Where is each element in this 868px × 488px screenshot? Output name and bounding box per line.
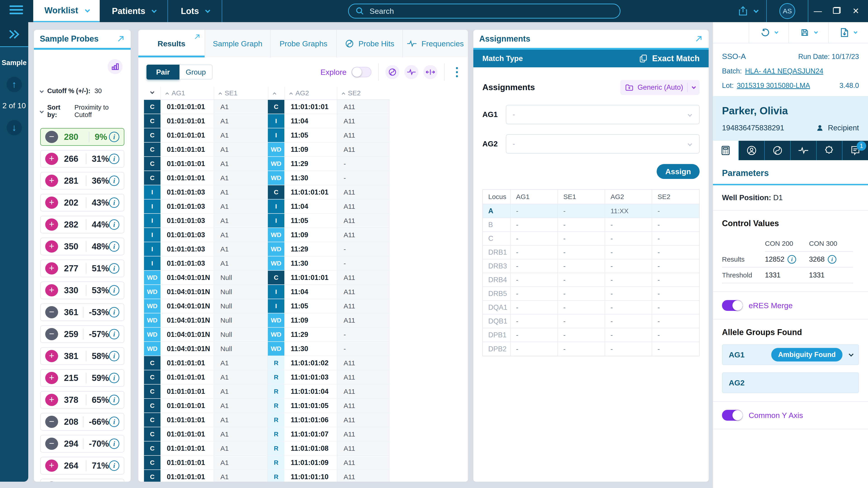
expand-panel-button[interactable] [117,35,125,43]
table-row[interactable]: C 01:01:01:01 A1 R 11:01:01:04 A11 [144,385,390,399]
table-row[interactable]: I 01:01:01:03 A1 WD 11:29 - [144,242,390,256]
table-row[interactable]: C 01:01:01:01 A1 R 11:01:01:08 A11 [144,442,390,456]
probe-item[interactable]: − 361 -53% i [40,303,124,321]
match-type-value-group[interactable]: Exact Match [639,54,700,63]
table-row[interactable]: C 01:01:01:01 A1 R 11:01:01:06 A11 [144,413,390,427]
locus-row[interactable]: DPB2 - - - - [483,342,699,356]
probe-item[interactable]: + 266 31% i [40,150,124,168]
table-row[interactable]: C 01:01:01:01 A1 WD 11:09 A11 [144,142,390,157]
info-icon[interactable]: i [828,255,836,264]
pair-button[interactable]: Pair [147,65,180,79]
assignment-mode-dropdown[interactable]: Generic (Auto) [620,80,700,95]
nav-tab-lots[interactable]: Lots [168,0,222,22]
info-icon[interactable]: i [109,307,119,318]
group-button[interactable]: Group [180,65,213,79]
more-options-button[interactable] [454,67,460,77]
info-icon[interactable]: i [109,460,119,471]
info-icon[interactable]: i [109,197,119,208]
lot-link[interactable]: 3015319 3015080-LMA [737,82,810,90]
frequencies-view-button[interactable] [404,65,418,79]
table-row[interactable]: C 01:01:01:01 A1 R 11:01:01:02 A11 [144,356,390,370]
ag2-group-row[interactable]: AG2 [722,372,859,393]
probe-item[interactable]: + 330 53% i [40,282,124,299]
table-row[interactable]: C 01:01:01:01 A1 I 11:04 A11 [144,114,390,128]
probe-item[interactable]: + 202 43% i [40,194,124,212]
info-icon[interactable]: i [109,175,119,186]
nav-tab-patients[interactable]: Patients [100,0,167,22]
probe-item[interactable]: + 277 51% i [40,260,124,277]
tab-sample-graph[interactable]: Sample Graph [205,30,271,57]
column-header-ag1[interactable]: AG1 [160,87,214,99]
avatar[interactable]: AS [779,3,795,19]
info-icon[interactable]: i [109,263,119,273]
tab-probe-hits[interactable] [765,141,791,160]
locus-row[interactable]: DQB1 - - - - [483,315,699,328]
restore-button[interactable] [827,6,846,16]
ag1-select[interactable]: - [506,105,700,124]
explore-toggle[interactable] [351,67,371,77]
info-icon[interactable]: i [109,219,119,230]
expand-columns-button[interactable] [423,65,437,79]
info-icon[interactable]: i [109,438,119,449]
column-header-se1[interactable]: SE1 [214,87,268,99]
save-button[interactable] [788,22,828,43]
table-row[interactable]: C 01:01:01:01 A1 R 11:01:01:07 A11 [144,427,390,442]
minimize-button[interactable]: — [808,6,827,16]
table-row[interactable]: C 01:01:01:01 A1 R 11:01:01:05 A11 [144,399,390,413]
info-icon[interactable]: i [109,285,119,295]
probe-item[interactable]: − 294 -70% i [40,435,124,453]
info-icon[interactable]: i [787,255,796,264]
table-row[interactable]: WD 01:04:01:01N Null C 11:01:01:01 A11 [144,271,390,285]
probe-hits-view-button[interactable] [385,65,399,79]
tab-parameters[interactable] [713,141,739,160]
table-row[interactable]: WD 01:04:01:01N Null WD 11:30 - [144,342,390,356]
probe-chart-button[interactable] [107,59,123,74]
tab-frequencies[interactable] [791,141,817,160]
table-row[interactable]: WD 01:04:01:01N Null WD 11:09 A11 [144,313,390,328]
info-icon[interactable]: i [109,395,119,405]
assign-button[interactable]: Assign [657,164,700,179]
next-sample-button[interactable]: ↓ [6,120,22,135]
eres-merge-toggle[interactable] [722,300,743,311]
table-row[interactable]: WD 01:04:01:01N Null WD 11:29 - [144,328,390,342]
probe-item[interactable]: + 381 58% i [40,347,124,365]
share-button[interactable] [729,6,766,16]
column-collapse-header[interactable] [144,87,160,99]
probe-item[interactable]: + 282 44% i [40,216,124,233]
table-row[interactable]: C 01:01:01:01 A1 R 11:01:01:03 A11 [144,370,390,385]
probe-item[interactable]: + 281 36% i [40,172,124,190]
info-icon[interactable]: i [109,132,119,142]
previous-sample-button[interactable]: ↑ [6,77,22,92]
locus-row[interactable]: A - - 11:XX - [483,204,699,218]
table-row[interactable]: C 01:01:01:01 A1 WD 11:29 - [144,157,390,171]
nav-tab-worklist[interactable]: Worklist [33,0,100,22]
tab-probe-graphs[interactable]: Probe Graphs [271,30,337,57]
locus-row[interactable]: DRB1 - - - - [483,246,699,259]
ag1-group-row[interactable]: AG1 Ambiguity Found [722,344,859,365]
tab-patient[interactable] [739,141,765,160]
sort-row[interactable]: Sort by: Proximity to Cutoff [34,104,131,119]
table-row[interactable]: WD 01:04:01:01N Null I 11:04 A11 [144,285,390,299]
probe-item[interactable]: + 350 48% i [40,238,124,255]
common-y-axis-toggle[interactable] [722,410,743,421]
column-header-se2[interactable]: SE2 [337,87,390,99]
expand-panel-button[interactable] [694,35,703,43]
probe-item[interactable]: + 378 65% i [40,391,124,409]
table-row[interactable]: I 01:01:01:03 A1 WD 11:30 - [144,256,390,271]
locus-row[interactable]: DRB4 - - - - [483,273,699,287]
probe-item[interactable]: + 215 59% i [40,369,124,387]
export-button[interactable] [828,22,868,43]
batch-link[interactable]: HLA- 4A1 NEQASJUN24 [745,67,823,75]
table-row[interactable]: C 01:01:01:01 A1 R 11:01:01:10 A11 [144,470,390,482]
locus-row[interactable]: DPB1 - - - - [483,328,699,342]
search-input[interactable]: Search [348,4,620,19]
close-button[interactable]: ✕ [846,6,865,16]
locus-row[interactable]: DQA1 - - - - [483,301,699,315]
tab-frequencies[interactable]: Frequencies [403,30,468,57]
tab-report[interactable]: 1 [842,141,868,160]
column-header-ag2[interactable]: AG2 [284,87,337,99]
probe-item[interactable]: − 346 -74% i [40,479,124,482]
table-row[interactable]: I 01:01:01:03 A1 I 11:04 A11 [144,199,390,214]
info-icon[interactable]: i [109,417,119,427]
probe-item[interactable]: + 264 71% i [40,457,124,475]
